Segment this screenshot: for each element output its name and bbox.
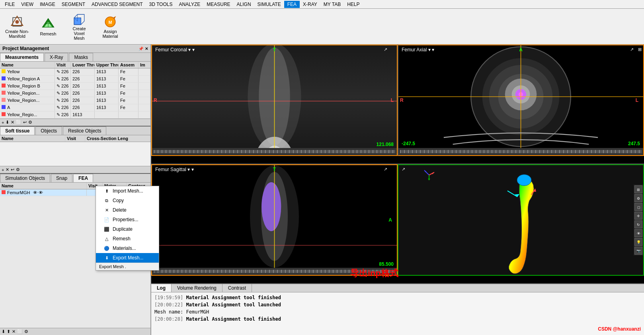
- grid-icon[interactable]: ⊞: [638, 47, 642, 52]
- add-item-icon[interactable]: +: [1, 120, 5, 125]
- femur-sagittal-viewport[interactable]: Femur Sagittal ▾ ↗: [151, 164, 398, 276]
- tool-btn-eye[interactable]: 👁: [634, 229, 642, 237]
- tab-snap[interactable]: Snap: [51, 174, 72, 182]
- st-undo-icon[interactable]: ↩: [10, 167, 15, 172]
- tab-reslice-objects[interactable]: Reslice Objects: [63, 127, 106, 135]
- st-add-icon[interactable]: +: [1, 168, 5, 172]
- st-delete-icon[interactable]: ✕: [5, 167, 10, 172]
- menu-view[interactable]: VIEW: [18, 1, 37, 8]
- table-row[interactable]: Yellow_Region B ✎ 226 226 1613 Fe: [0, 83, 150, 90]
- create-non-manifold-label: Create Non- Manifold: [5, 29, 29, 39]
- tab-xray[interactable]: X-Ray: [45, 53, 68, 61]
- svg-text:M: M: [109, 19, 112, 24]
- remesh-button[interactable]: Remesh: [34, 11, 62, 43]
- 3d-viewport[interactable]: ↗: [398, 164, 644, 276]
- femur-sagittal-expand-icon[interactable]: ↗: [384, 167, 387, 172]
- panel-pin-icon[interactable]: 📌: [139, 47, 143, 51]
- femur-axial-label[interactable]: Femur Axial ▾: [402, 47, 434, 53]
- femur-axial-viewport[interactable]: Femur Axial ▾ ↗ ⊞: [398, 45, 644, 156]
- ctx-export-mesh[interactable]: ⬇ Export Mesh...: [96, 253, 159, 263]
- ctx-remesh[interactable]: △ Remesh: [96, 234, 159, 243]
- delete-item-icon[interactable]: ⬇: [5, 120, 10, 125]
- tab-objects[interactable]: Objects: [35, 127, 62, 135]
- simulation-objects-panel: Simulation Objects Snap FEA Name Visit M…: [0, 174, 150, 335]
- tab-masks[interactable]: Masks: [69, 53, 93, 61]
- menu-fea[interactable]: FEA: [284, 1, 300, 8]
- st-settings-icon[interactable]: ⚙: [15, 167, 21, 172]
- cancel-icon[interactable]: ✕: [10, 120, 15, 125]
- ctx-materials[interactable]: 🔵 Materials...: [96, 243, 159, 253]
- sim-tab-bar: Simulation Objects Snap FEA: [0, 174, 150, 183]
- log-line-3: Mesh name: FemurMGH: [154, 308, 641, 316]
- sim-settings2-icon[interactable]: ⚙: [24, 329, 28, 334]
- table-row[interactable]: Yellow ✎ 226 226 1613 Fe: [0, 68, 150, 76]
- menu-file[interactable]: FILE: [2, 1, 18, 8]
- ctx-properties[interactable]: 📄 Properties...: [96, 215, 159, 224]
- undo-icon[interactable]: ↩: [22, 120, 27, 125]
- femur-coronal-expand-icon[interactable]: ↗: [384, 47, 387, 52]
- tool-btn-box[interactable]: ◻: [634, 203, 642, 211]
- menu-measure[interactable]: MEASURE: [203, 1, 233, 8]
- menu-simulate[interactable]: SIMULATE: [254, 1, 284, 8]
- watermark: CSDN @hanxuanzi: [598, 326, 641, 332]
- table-row[interactable]: A ✎ 226 226 1613 Fe: [0, 104, 150, 111]
- row-name: A: [0, 104, 55, 111]
- create-voxel-mesh-button[interactable]: Create Voxel Mesh: [65, 11, 93, 43]
- log-line-1: [19:59:59] Material Assignment tool fini…: [154, 294, 641, 301]
- table-row[interactable]: Yellow_Region... ✎ 226 226 1613 Fe: [0, 97, 150, 104]
- menu-advanced-segment[interactable]: ADVANCED SEGMENT: [88, 1, 146, 8]
- tool-btn-move[interactable]: ✛: [634, 212, 642, 220]
- table-row[interactable]: Yellow_Regio... ✎ 226 1613: [0, 111, 150, 119]
- axis-arrows: [422, 168, 436, 182]
- tab-simulation-objects[interactable]: Simulation Objects: [0, 174, 50, 182]
- table-row[interactable]: Yellow_Region... ✎ 226 226 1613 Fe: [0, 90, 150, 97]
- menu-analyze[interactable]: ANALYZE: [176, 1, 203, 8]
- create-non-manifold-button[interactable]: Create Non- Manifold: [3, 11, 31, 43]
- femur-coronal-viewport[interactable]: Femur Coronal ▾ ↗: [151, 45, 398, 156]
- femur-coronal-label[interactable]: Femur Coronal ▾: [155, 47, 195, 53]
- ctx-delete[interactable]: ✕ Delete: [96, 205, 159, 215]
- tool-btn-grid[interactable]: ⊞: [634, 185, 642, 193]
- femur-sagittal-label[interactable]: Femur Sagittal ▾: [155, 167, 194, 172]
- sim-add-icon[interactable]: ⬇: [2, 329, 5, 334]
- tool-btn-settings[interactable]: ⚙: [634, 194, 642, 202]
- menu-image[interactable]: IMAGE: [37, 1, 59, 8]
- move-icon[interactable]: ⬜: [15, 120, 22, 125]
- 3d-expand-icon[interactable]: ↗: [402, 167, 405, 172]
- log-tab-contrast[interactable]: Contrast: [222, 284, 252, 292]
- tab-measurements[interactable]: Measurements: [0, 53, 44, 61]
- sim-up-icon[interactable]: ⬆: [7, 329, 10, 334]
- menu-help[interactable]: HELP: [344, 1, 363, 8]
- import-icon: ⬆: [104, 189, 109, 194]
- chinese-annotation: 导出inp格式: [350, 267, 398, 279]
- menu-segment[interactable]: SEGMENT: [59, 1, 88, 8]
- menu-xray[interactable]: X-RAY: [300, 1, 320, 8]
- table-row[interactable]: Yellow_Region A ✎ 226 226 1613 Fe: [0, 76, 150, 83]
- ctx-copy[interactable]: ⧉ Copy: [96, 196, 159, 205]
- settings-icon[interactable]: ⚙: [27, 120, 33, 125]
- panel-close-icon[interactable]: ✕: [145, 47, 148, 51]
- menu-3d-tools[interactable]: 3D TOOLS: [146, 1, 176, 8]
- sim-row-eye-icon[interactable]: 👁: [33, 190, 37, 195]
- log-tab-volume-rendering[interactable]: Volume Rendering: [172, 284, 222, 292]
- row-name: Yellow: [0, 68, 55, 75]
- tool-btn-camera[interactable]: 📷: [634, 247, 642, 255]
- sim-row-eye2-icon[interactable]: 👁: [39, 190, 43, 195]
- menu-align[interactable]: ALIGN: [234, 1, 254, 8]
- menu-mytab[interactable]: MY TAB: [320, 1, 344, 8]
- log-tab-log[interactable]: Log: [151, 284, 172, 292]
- ctx-import-mesh[interactable]: ⬆ Import Mesh...: [96, 186, 159, 196]
- svg-point-34: [262, 182, 281, 231]
- assign-material-button[interactable]: M Assign Material: [96, 11, 124, 43]
- ctx-duplicate[interactable]: ⬛ Duplicate: [96, 224, 159, 234]
- femur-axial-expand-icon[interactable]: ↗: [630, 47, 634, 52]
- tool-btn-light[interactable]: 💡: [634, 238, 642, 246]
- tool-btn-rotate[interactable]: ↻: [634, 220, 642, 228]
- col-lower: Lower Thre: [71, 62, 95, 68]
- tab-fea[interactable]: FEA: [73, 174, 93, 182]
- dir-a-sag: A: [388, 217, 392, 223]
- tab-soft-tissue[interactable]: Soft tissue: [0, 127, 35, 135]
- sim-x-icon[interactable]: ✕: [12, 329, 16, 334]
- sim-box-icon[interactable]: ⬜: [17, 329, 23, 334]
- svg-marker-47: [428, 179, 430, 180]
